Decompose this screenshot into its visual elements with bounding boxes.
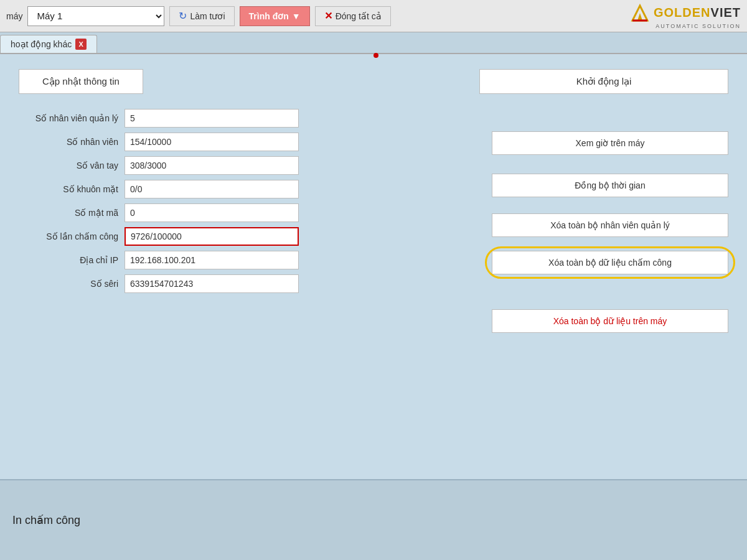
so-lan-cham-cong-input[interactable] — [125, 227, 299, 246]
accent-dot — [374, 53, 378, 58]
so-khuon-mat-label: Số khuôn mặt — [19, 184, 118, 194]
so-van-tay-label: Số vân tay — [19, 161, 118, 170]
machine-select[interactable]: Máy 1 — [27, 6, 164, 26]
field-row-dia-chi-ip: Địa chỉ IP — [19, 251, 467, 269]
tab-label: hoạt động khác — [11, 39, 72, 49]
dong-tat-ca-label: Đóng tất cả — [336, 11, 382, 21]
field-row-so-nv: Số nhân viên — [19, 133, 467, 151]
so-lan-cham-cong-label: Số lần chấm công — [19, 231, 118, 241]
lam-tuoi-button[interactable]: ↻ Làm tươi — [169, 6, 234, 26]
bottom-label: In chấm công — [12, 513, 80, 527]
field-row-so-mat-ma: Số mật mã — [19, 203, 467, 222]
tab-bar: hoạt động khác X — [0, 32, 747, 54]
logo-wrapper: GOLDENVIET — [629, 3, 741, 23]
so-nhan-vien-input[interactable] — [125, 133, 299, 151]
dia-chi-ip-input[interactable] — [125, 251, 299, 269]
so-seri-label: Số sêri — [19, 279, 118, 289]
bottom-section: In chấm công — [0, 479, 747, 560]
info-grid: Số nhân viên quản lý Số nhân viên Số vân… — [19, 109, 728, 333]
xoa-cham-cong-button[interactable]: Xóa toàn bộ dữ liệu chấm công — [492, 251, 728, 274]
logo-icon — [629, 3, 651, 23]
xoa-tren-may-button[interactable]: Xóa toàn bộ dữ liệu trên máy — [492, 309, 728, 333]
so-khuon-mat-input[interactable] — [125, 180, 299, 198]
trinh-don-arrow: ▼ — [292, 11, 301, 21]
logo-area: GOLDENVIET AUTOMATIC SOLUTION — [629, 3, 741, 29]
toolbar: máy Máy 1 ↻ Làm tươi Trình đơn ▼ ✕ Đóng … — [0, 0, 747, 32]
accent-line — [0, 54, 747, 57]
action-row: Cập nhật thông tin Khởi động lại — [19, 69, 728, 94]
right-buttons: Xem giờ trên máy Đồng bộ thời gian Xóa t… — [492, 109, 728, 333]
field-row-so-seri: Số sêri — [19, 274, 467, 293]
close-icon: ✕ — [324, 10, 332, 22]
tab-close-button[interactable]: X — [75, 39, 87, 50]
trinh-don-button[interactable]: Trình đơn ▼ — [240, 6, 310, 26]
khoi-dong-button[interactable]: Khởi động lại — [479, 69, 728, 94]
xoa-nhan-vien-button[interactable]: Xóa toàn bộ nhân viên quản lý — [492, 213, 728, 237]
svg-marker-1 — [637, 13, 642, 21]
main-content: Cập nhật thông tin Khởi động lại Số nhân… — [0, 57, 747, 345]
field-row-so-khuon-mat: Số khuôn mặt — [19, 180, 467, 198]
dia-chi-ip-label: Địa chỉ IP — [19, 255, 118, 265]
field-row-so-lan-cham-cong: Số lần chấm công — [19, 227, 467, 246]
so-mat-ma-label: Số mật mã — [19, 208, 118, 218]
so-seri-input[interactable] — [125, 274, 299, 293]
so-van-tay-input[interactable] — [125, 156, 299, 175]
so-nhan-vien-quan-ly-input[interactable] — [125, 109, 299, 128]
logo-gold: GOLDEN — [654, 6, 711, 19]
trinh-don-label: Trình đơn — [249, 11, 289, 21]
so-mat-ma-input[interactable] — [125, 203, 299, 222]
machine-label: máy — [6, 11, 22, 21]
machine-select-wrapper: Máy 1 — [27, 6, 164, 26]
info-fields: Số nhân viên quản lý Số nhân viên Số vân… — [19, 109, 467, 333]
field-row-so-van-tay: Số vân tay — [19, 156, 467, 175]
refresh-icon: ↻ — [179, 10, 187, 22]
dong-bo-button[interactable]: Đồng bộ thời gian — [492, 174, 728, 197]
cap-nhat-button[interactable]: Cập nhật thông tin — [19, 69, 143, 94]
logo-viet: VIET — [711, 6, 741, 19]
tab-hoat-dong-khac[interactable]: hoạt động khác X — [0, 35, 97, 53]
dong-tat-ca-button[interactable]: ✕ Đóng tất cả — [315, 6, 391, 26]
logo-brand-text: GOLDENVIET — [654, 6, 741, 20]
so-nhan-vien-quan-ly-label: Số nhân viên quản lý — [19, 113, 118, 123]
field-row-so-nv-quan-ly: Số nhân viên quản lý — [19, 109, 467, 128]
lam-tuoi-label: Làm tươi — [190, 11, 225, 21]
logo-sub-text: AUTOMATIC SOLUTION — [655, 23, 741, 29]
xem-gio-button[interactable]: Xem giờ trên máy — [492, 131, 728, 155]
so-nhan-vien-label: Số nhân viên — [19, 137, 118, 147]
